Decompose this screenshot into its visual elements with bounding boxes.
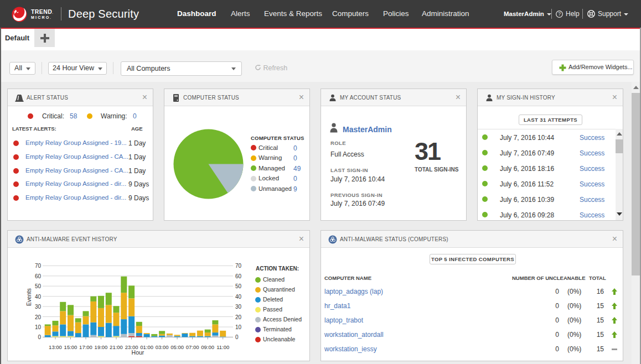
svg-text:30: 30 bbox=[235, 304, 242, 310]
svg-text:05:00: 05:00 bbox=[170, 344, 184, 350]
svg-text:60: 60 bbox=[235, 273, 242, 279]
svg-text:0: 0 bbox=[235, 334, 239, 340]
svg-text:60: 60 bbox=[35, 273, 42, 279]
svg-text:70: 70 bbox=[235, 263, 242, 269]
svg-text:10: 10 bbox=[35, 324, 42, 330]
svg-text:20: 20 bbox=[35, 314, 42, 320]
svg-text:30: 30 bbox=[35, 304, 42, 310]
svg-text:70: 70 bbox=[35, 263, 42, 269]
svg-text:21:00: 21:00 bbox=[110, 344, 123, 350]
svg-text:17:00: 17:00 bbox=[79, 344, 92, 350]
svg-text:11:00: 11:00 bbox=[216, 344, 229, 350]
svg-text:40: 40 bbox=[235, 294, 242, 300]
svg-text:09:00: 09:00 bbox=[201, 344, 214, 350]
svg-text:50: 50 bbox=[235, 283, 242, 289]
svg-text:13:00: 13:00 bbox=[49, 344, 62, 350]
svg-text:Hour: Hour bbox=[132, 349, 144, 356]
svg-text:0: 0 bbox=[38, 334, 41, 340]
svg-text:20: 20 bbox=[235, 314, 242, 320]
svg-text:15:00: 15:00 bbox=[64, 344, 77, 350]
svg-text:?: ? bbox=[558, 11, 561, 17]
svg-text:50: 50 bbox=[35, 283, 42, 289]
svg-text:Events: Events bbox=[25, 288, 32, 306]
svg-text:19:00: 19:00 bbox=[95, 344, 108, 350]
svg-text:40: 40 bbox=[35, 294, 42, 300]
svg-text:07:00: 07:00 bbox=[186, 344, 199, 350]
svg-text:10: 10 bbox=[235, 324, 242, 330]
svg-text:03:00: 03:00 bbox=[156, 344, 169, 350]
